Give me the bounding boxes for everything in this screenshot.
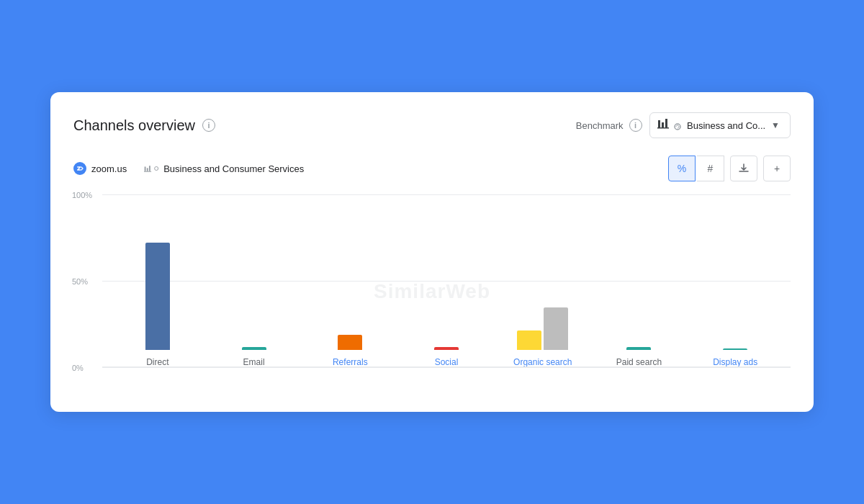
hash-button[interactable]: # [697, 156, 724, 181]
bars-container: DirectEmailReferralsSocialOrganic search… [102, 194, 791, 367]
bar-group-email: Email [206, 199, 302, 367]
bar-wrapper [145, 199, 170, 350]
benchmark-biz-icon [657, 118, 681, 132]
bar-group-direct: Direct [109, 199, 206, 367]
zoom-bar [626, 347, 651, 350]
bar-wrapper [723, 199, 747, 350]
y-label-100: 100% [72, 191, 92, 199]
bar-label: Direct [146, 357, 168, 367]
svg-rect-6 [145, 166, 146, 171]
zoom-bar [242, 347, 266, 350]
bar-wrapper [242, 199, 266, 350]
percent-button[interactable]: % [668, 156, 696, 181]
bar-group-paid-search: Paid search [591, 199, 688, 367]
biz-chart-icon [144, 162, 158, 175]
bar-wrapper [338, 199, 362, 350]
svg-rect-8 [149, 166, 150, 171]
bar-label[interactable]: Display ads [713, 357, 757, 367]
svg-rect-0 [658, 120, 660, 127]
bar-label: Email [243, 357, 265, 367]
card-title: Channels overview [73, 117, 195, 134]
zoom-bar [723, 348, 747, 350]
y-label-0: 0% [72, 364, 84, 372]
bar-group-social[interactable]: Social [398, 199, 495, 367]
zoom-bar [517, 330, 541, 350]
benchmark-info-icon[interactable]: i [629, 119, 642, 132]
channels-overview-card: Channels overview i Benchmark i [50, 92, 814, 412]
bar-group-referrals[interactable]: Referrals [302, 199, 398, 367]
svg-point-5 [74, 163, 86, 174]
legend-zoom: zoom.us [73, 162, 127, 175]
y-label-50: 50% [72, 277, 88, 286]
legend-items: zoom.us Business and Consumer Services [73, 162, 304, 175]
dropdown-arrow-icon: ▼ [771, 120, 780, 130]
benchmark-value: Business and Co... [687, 120, 765, 131]
benchmark-dropdown[interactable]: Business and Co... ▼ [649, 112, 791, 138]
bar-group-display-ads[interactable]: Display ads [687, 199, 783, 367]
biz-bar [544, 307, 568, 350]
zoom-label: zoom.us [91, 163, 127, 174]
svg-rect-2 [665, 119, 667, 127]
svg-rect-9 [144, 171, 151, 172]
zoom-bar [145, 243, 170, 350]
x-axis-line [102, 366, 791, 367]
title-row: Channels overview i [73, 117, 215, 134]
svg-rect-3 [657, 127, 669, 129]
zoom-bar [338, 335, 362, 350]
bar-label: Paid search [616, 357, 662, 367]
bar-label[interactable]: Social [435, 357, 459, 367]
zoom-icon [73, 162, 86, 175]
svg-point-10 [154, 166, 158, 170]
bar-label[interactable]: Referrals [333, 357, 368, 367]
download-button[interactable] [730, 156, 757, 181]
legend-row: zoom.us Business and Consumer Services [73, 156, 791, 181]
biz-label: Business and Consumer Services [163, 163, 304, 174]
bar-wrapper [626, 199, 651, 350]
toolbar-buttons: % # + [668, 156, 791, 181]
info-icon[interactable]: i [202, 119, 215, 132]
download-icon [738, 163, 750, 174]
bar-wrapper [434, 199, 459, 350]
benchmark-row: Benchmark i Business and Co... [576, 112, 791, 138]
bar-wrapper [517, 199, 568, 350]
zoom-bar [434, 347, 459, 350]
grid-line-0: 0% [102, 367, 791, 368]
card-header: Channels overview i Benchmark i [73, 112, 791, 138]
svg-rect-7 [147, 168, 148, 171]
chart-area: SimilarWeb 100% 50% 0% DirectEmailReferr… [73, 194, 791, 389]
benchmark-label: Benchmark i [576, 119, 642, 132]
svg-point-4 [675, 124, 680, 130]
legend-biz: Business and Consumer Services [144, 162, 304, 175]
svg-rect-1 [662, 122, 664, 127]
bar-group-organic-search[interactable]: Organic search [495, 199, 591, 367]
bar-label[interactable]: Organic search [513, 357, 572, 367]
add-button[interactable]: + [763, 156, 791, 181]
